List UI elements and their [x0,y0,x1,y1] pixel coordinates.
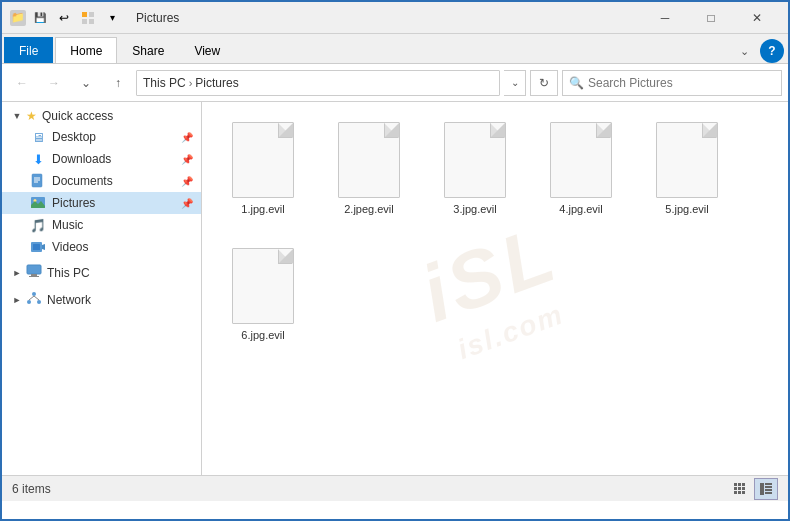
quick-save-button[interactable]: 💾 [30,9,50,27]
tab-home[interactable]: Home [55,37,117,63]
quick-access-header[interactable]: ▼ ★ Quick access [2,106,201,126]
svg-rect-35 [765,486,772,488]
svg-rect-30 [734,491,737,494]
svg-rect-25 [738,483,741,486]
svg-rect-26 [742,483,745,486]
network-label: Network [47,293,91,307]
desktop-label: Desktop [52,130,96,144]
this-pc-icon [26,263,42,282]
file-item-3[interactable]: 3.jpg.evil [430,112,520,222]
title-bar: 📁 💾 ↩ ▾ Pictures ─ □ ✕ [2,2,788,34]
this-pc-label: This PC [47,266,90,280]
downloads-icon: ⬇ [30,151,46,167]
videos-label: Videos [52,240,88,254]
sidebar-item-music[interactable]: 🎵 Music [2,214,201,236]
file-page-5 [656,122,718,198]
search-icon: 🔍 [569,76,584,90]
list-view-button[interactable] [728,478,752,500]
svg-rect-29 [742,487,745,490]
up-button[interactable]: ↑ [104,69,132,97]
svg-rect-15 [27,265,41,274]
sidebar-item-documents[interactable]: Documents 📌 [2,170,201,192]
address-path[interactable]: This PC › Pictures [136,70,500,96]
close-button[interactable]: ✕ [734,2,780,34]
svg-rect-36 [765,489,772,491]
svg-rect-37 [765,492,772,494]
file-page-3 [444,122,506,198]
network-header[interactable]: ► Network [2,287,201,312]
back-button[interactable]: ← [8,69,36,97]
nav-section-network: ► Network [2,287,201,312]
help-button[interactable]: ? [760,39,784,63]
file-item-6[interactable]: 6.jpg.evil [218,238,308,348]
maximize-button[interactable]: □ [688,2,734,34]
tab-view[interactable]: View [179,37,235,63]
svg-rect-34 [765,483,772,485]
svg-rect-2 [82,19,87,24]
nav-section-this-pc: ► This PC [2,260,201,285]
title-bar-icons: 📁 💾 ↩ ▾ [10,9,122,27]
file-icon-3 [440,118,510,198]
tab-share[interactable]: Share [117,37,179,63]
svg-rect-3 [89,19,94,24]
sidebar-item-videos[interactable]: Videos [2,236,201,258]
file-page-4 [550,122,612,198]
pictures-pin-icon: 📌 [181,198,193,209]
path-separator: › [189,77,193,89]
star-icon: ★ [26,109,37,123]
quick-dropdown-button[interactable]: ▾ [102,9,122,27]
svg-point-20 [27,300,31,304]
address-dropdown-button[interactable]: ⌄ [504,70,526,96]
window-controls: ─ □ ✕ [642,2,780,34]
sidebar-item-pictures[interactable]: Pictures 📌 [2,192,201,214]
history-button[interactable]: ⌄ [72,69,100,97]
this-pc-header[interactable]: ► This PC [2,260,201,285]
address-bar: ← → ⌄ ↑ This PC › Pictures ⌄ ↻ 🔍 [2,64,788,102]
network-arrow: ► [10,295,24,305]
content-area: 1.jpg.evil 2.jpeg.evil 3.jpg.evil 4.jpg.… [202,102,788,475]
tab-file[interactable]: File [4,37,53,63]
file-name-1: 1.jpg.evil [241,202,284,216]
path-segment-thispc: This PC [143,76,186,90]
desktop-icon: 🖥 [30,129,46,145]
file-name-6: 6.jpg.evil [241,328,284,342]
file-item-1[interactable]: 1.jpg.evil [218,112,308,222]
minimize-button[interactable]: ─ [642,2,688,34]
svg-line-22 [29,296,34,300]
nav-pane: ▼ ★ Quick access 🖥 Desktop 📌 ⬇ Downloads… [2,102,202,475]
sidebar-item-desktop[interactable]: 🖥 Desktop 📌 [2,126,201,148]
svg-rect-0 [82,12,87,17]
quick-access-arrow: ▼ [10,111,24,121]
window-title: Pictures [136,11,642,25]
window-icon: 📁 [10,10,26,26]
svg-point-21 [37,300,41,304]
file-item-2[interactable]: 2.jpeg.evil [324,112,414,222]
documents-label: Documents [52,174,113,188]
svg-rect-31 [738,491,741,494]
quick-prop-button[interactable] [78,9,98,27]
file-icon-2 [334,118,404,198]
pictures-label: Pictures [52,196,95,210]
svg-rect-14 [33,244,40,250]
file-name-4: 4.jpg.evil [559,202,602,216]
path-segment-pictures: Pictures [195,76,238,90]
status-bar: 6 items [2,475,788,501]
svg-marker-13 [42,244,45,250]
ribbon-collapse-button[interactable]: ⌄ [732,39,756,63]
svg-line-23 [34,296,39,300]
search-input[interactable] [588,76,775,90]
forward-button[interactable]: → [40,69,68,97]
quick-undo-button[interactable]: ↩ [54,9,74,27]
sidebar-item-downloads[interactable]: ⬇ Downloads 📌 [2,148,201,170]
file-item-4[interactable]: 4.jpg.evil [536,112,626,222]
svg-rect-24 [734,483,737,486]
search-box[interactable]: 🔍 [562,70,782,96]
network-icon [26,290,42,309]
refresh-button[interactable]: ↻ [530,70,558,96]
ribbon-controls: ⌄ ? [732,39,784,63]
file-item-5[interactable]: 5.jpg.evil [642,112,732,222]
svg-rect-33 [760,483,764,495]
downloads-pin-icon: 📌 [181,154,193,165]
icon-view-button[interactable] [754,478,778,500]
file-name-3: 3.jpg.evil [453,202,496,216]
